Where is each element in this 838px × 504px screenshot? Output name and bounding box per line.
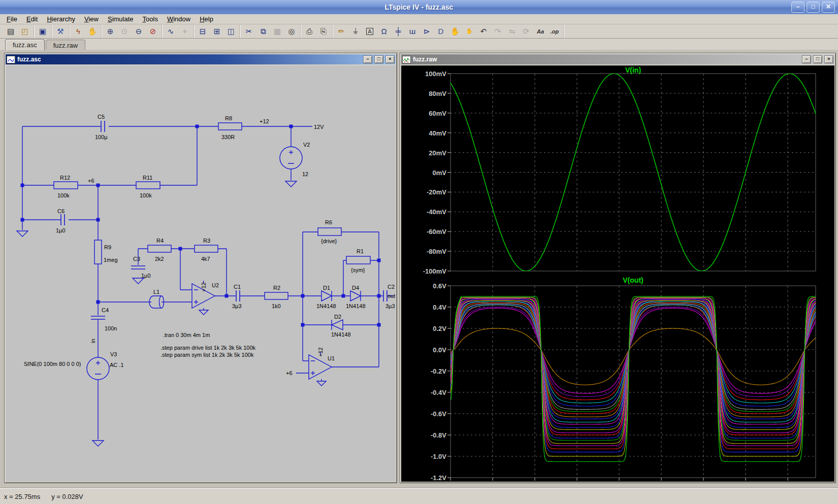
- window-title: LTspice IV - fuzz.asc: [385, 3, 454, 11]
- waveform-minimize-button[interactable]: –: [802, 55, 811, 63]
- trace-label-V(in)[interactable]: V(in): [625, 66, 641, 74]
- capacitor-plates[interactable]: [61, 121, 387, 319]
- tab-fuzz-raw[interactable]: fuzz.raw: [46, 40, 85, 50]
- main-title-bar[interactable]: LTspice IV - fuzz.asc – □ ✕: [0, 0, 838, 15]
- menu-window[interactable]: Window: [163, 14, 195, 24]
- waveform-plot[interactable]: 100mV80mV60mV40mV20mV0mV-20mV-40mV-60mV-…: [401, 65, 834, 482]
- menu-edit[interactable]: Edit: [22, 14, 42, 24]
- find-icon[interactable]: ◎: [285, 25, 298, 38]
- svg-text:100n: 100n: [105, 325, 117, 331]
- cursor-y-readout: y = 0.028V: [47, 493, 90, 500]
- zoom-back-icon: ⊙: [118, 25, 131, 38]
- svg-text:1meg: 1meg: [104, 257, 118, 263]
- cascade-windows-icon[interactable]: ◫: [224, 25, 238, 38]
- trace-label-V(out)[interactable]: V(out): [623, 276, 643, 284]
- schematic-canvas[interactable]: C5 100µ R8 330R +12 12V V2 12 R12 100k +…: [6, 65, 396, 482]
- resistor-R4: [148, 245, 171, 252]
- place-inductor-icon[interactable]: ɯ: [406, 25, 419, 38]
- waveform-window-title: fuzz.raw: [413, 56, 800, 63]
- svg-text:330R: 330R: [221, 134, 235, 140]
- menu-view[interactable]: View: [80, 14, 103, 24]
- svg-text:V3: V3: [110, 351, 117, 357]
- svg-text:R2: R2: [273, 285, 280, 291]
- svg-text:+6: +6: [286, 370, 293, 376]
- new-schematic-icon[interactable]: ▤: [4, 25, 17, 38]
- source-V3[interactable]: [87, 357, 109, 380]
- svg-text:U1: U1: [328, 355, 335, 361]
- toolbar-group: ⊕⊙⊖⊘: [102, 25, 162, 38]
- svg-text:1N4148: 1N4148: [316, 303, 336, 309]
- schematic-minimize-button[interactable]: –: [363, 55, 372, 63]
- autorange-y-axis-icon[interactable]: ∿: [164, 25, 177, 38]
- place-component-icon[interactable]: D: [434, 25, 447, 38]
- capacitor-C5: [101, 121, 105, 132]
- print-icon[interactable]: ⎙: [303, 25, 316, 38]
- svg-text:D4: D4: [352, 285, 359, 291]
- menu-tools[interactable]: Tools: [138, 14, 163, 24]
- waveform-title-bar[interactable]: fuzz.raw – □ ×: [401, 54, 834, 64]
- schematic-drawing: C5 100µ R8 330R +12 12V V2 12 R12 100k +…: [6, 65, 396, 482]
- control-panel-icon[interactable]: ⚒: [54, 25, 67, 38]
- move-icon[interactable]: ✋: [448, 25, 462, 38]
- place-resistor-icon[interactable]: Ω: [377, 25, 391, 38]
- menu-file[interactable]: File: [2, 14, 22, 24]
- resistor-R9: [94, 240, 102, 264]
- drag-icon[interactable]: ✋: [463, 25, 476, 38]
- toolbar-group: ▣: [34, 25, 52, 38]
- place-diode-icon[interactable]: ⊳: [420, 25, 433, 38]
- y-axis-label: -40mV: [427, 208, 446, 216]
- svg-text:L1: L1: [153, 289, 159, 295]
- maximize-button[interactable]: □: [807, 2, 820, 13]
- menu-help[interactable]: Help: [195, 14, 218, 24]
- menu-hierarchy[interactable]: Hierarchy: [42, 14, 80, 24]
- close-button[interactable]: ✕: [822, 2, 835, 13]
- tab-fuzz-asc[interactable]: fuzz.asc: [5, 39, 45, 50]
- waveform-plot-area[interactable]: 100mV80mV60mV40mV20mV0mV-20mV-40mV-60mV-…: [401, 65, 834, 482]
- x-axis-label: 12ms: [611, 481, 628, 482]
- menu-simulate[interactable]: Simulate: [103, 14, 138, 24]
- svg-text:out: out: [388, 293, 395, 299]
- x-axis-label: 21ms: [738, 481, 755, 482]
- place-ground-icon[interactable]: ⏚: [349, 25, 362, 38]
- y-axis-label: 0.4V: [433, 304, 446, 311]
- zoom-out-icon[interactable]: ⊖: [132, 25, 145, 38]
- place-capacitor-icon[interactable]: ╪: [392, 25, 405, 38]
- svg-text:+12: +12: [260, 118, 269, 124]
- open-icon[interactable]: ◰: [18, 25, 31, 38]
- y-axis-label: -60mV: [427, 228, 446, 236]
- label-net-icon[interactable]: A: [363, 25, 376, 38]
- svg-text:+12: +12: [317, 347, 324, 357]
- waveform-window[interactable]: fuzz.raw – □ × 100mV80mV60mV40mV20mV0mV-…: [400, 53, 836, 483]
- schematic-title-bar[interactable]: fuzz.asc – □ ×: [6, 54, 396, 64]
- tile-horizontally-icon[interactable]: ⊟: [196, 25, 209, 38]
- rotate-icon: ⟳: [520, 25, 533, 38]
- resistor-bodies[interactable]: [54, 123, 370, 299]
- print-preview-icon[interactable]: ⎘: [317, 25, 330, 38]
- undo-icon[interactable]: ↶: [477, 25, 490, 38]
- schematic-maximize-button[interactable]: □: [374, 55, 383, 63]
- save-icon[interactable]: ▣: [36, 25, 49, 38]
- zoom-full-extents-icon[interactable]: ⊘: [146, 25, 159, 38]
- diodes[interactable]: [321, 291, 361, 330]
- draw-wire-icon[interactable]: ✏: [335, 25, 348, 38]
- cut-icon[interactable]: ✂: [242, 25, 255, 38]
- schematic-window[interactable]: fuzz.asc – □ ×: [4, 53, 397, 483]
- spice-directive-icon[interactable]: .op: [548, 25, 561, 38]
- x-axis-label: 18ms: [696, 481, 713, 482]
- waveform-maximize-button[interactable]: □: [813, 55, 822, 63]
- source-V2[interactable]: [280, 147, 302, 169]
- capacitor-C6: [61, 214, 65, 225]
- svg-text:D2: D2: [334, 314, 341, 320]
- run-icon[interactable]: ϟ: [72, 25, 85, 38]
- zoom-in-icon[interactable]: ⊕: [104, 25, 117, 38]
- schematic-close-button[interactable]: ×: [385, 55, 395, 63]
- waveform-close-button[interactable]: ×: [824, 55, 833, 63]
- copy-icon[interactable]: ⧉: [256, 25, 270, 38]
- svg-text:2k2: 2k2: [155, 256, 164, 262]
- text-icon[interactable]: Aa: [534, 25, 547, 38]
- tile-vertically-icon[interactable]: ⊞: [210, 25, 223, 38]
- svg-text:R6: R6: [325, 219, 332, 225]
- tab-bar: fuzz.asc fuzz.raw: [0, 39, 838, 50]
- minimize-button[interactable]: –: [791, 2, 804, 13]
- capacitor-C4: [91, 316, 105, 319]
